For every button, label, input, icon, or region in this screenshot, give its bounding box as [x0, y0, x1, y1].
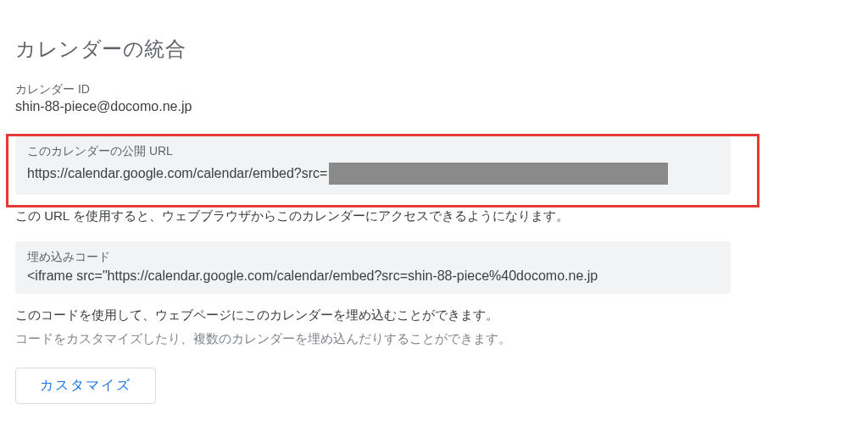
embed-code-description-2: コードをカスタマイズしたり、複数のカレンダーを埋め込んだりすることができます。 [15, 329, 853, 349]
embed-code-description-1: このコードを使用して、ウェブページにこのカレンダーを埋め込むことができます。 [15, 306, 853, 325]
customize-button[interactable]: カスタマイズ [15, 368, 156, 404]
calendar-id-label: カレンダー ID [15, 81, 853, 97]
public-url-block[interactable]: このカレンダーの公開 URL https://calendar.google.c… [15, 136, 731, 195]
section-title: カレンダーの統合 [15, 0, 853, 81]
public-url-description: この URL を使用すると、ウェブブラウザからこのカレンダーにアクセスできるよう… [15, 207, 853, 226]
embed-code-block[interactable]: 埋め込みコード <iframe src="https://calendar.go… [15, 241, 731, 294]
calendar-id-value[interactable]: shin-88-piece@docomo.ne.jp [15, 97, 853, 121]
public-url-visible-text: https://calendar.google.com/calendar/emb… [27, 166, 327, 181]
public-url-label: このカレンダーの公開 URL [27, 144, 719, 163]
public-url-value[interactable]: https://calendar.google.com/calendar/emb… [27, 163, 719, 185]
embed-code-label: 埋め込みコード [27, 250, 719, 268]
redacted-strip [329, 163, 668, 185]
embed-code-value[interactable]: <iframe src="https://calendar.google.com… [27, 268, 719, 284]
